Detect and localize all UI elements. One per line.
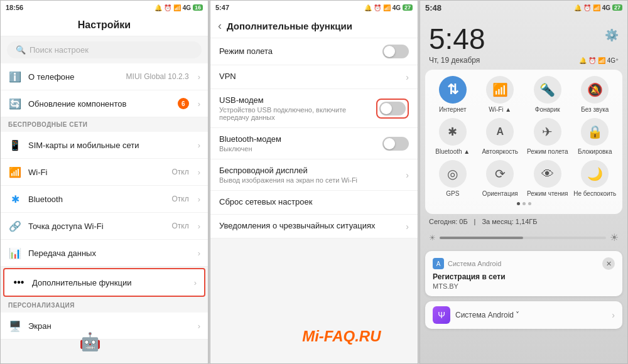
dot-2 bbox=[522, 202, 526, 205]
status-bar-2: 5:47 🔔 ⏰ 📶 4G 27 bbox=[210, 1, 418, 14]
orientation-icon: ⟳ bbox=[486, 160, 514, 188]
func-item-reset[interactable]: Сброс сетевых настроек bbox=[210, 191, 418, 215]
bt-tether-toggle[interactable] bbox=[382, 137, 409, 151]
func-item-bt-tether[interactable]: Bluetooth-модем Выключен bbox=[210, 128, 418, 159]
back-button[interactable]: ‹ bbox=[218, 19, 222, 33]
tile-auto-brightness[interactable]: A Автояркость bbox=[482, 118, 517, 155]
usb-toggle[interactable] bbox=[379, 102, 406, 115]
status-icons-1: 🔔 ⏰ 📶 4G 16 bbox=[154, 4, 203, 11]
dot-1 bbox=[517, 202, 520, 205]
status-icons-2: 🔔 ⏰ 📶 4G 27 bbox=[364, 4, 413, 11]
silent-icon: 🔕 bbox=[581, 76, 609, 104]
data-arrow: › bbox=[198, 249, 200, 258]
emergency-arrow: › bbox=[406, 222, 409, 232]
bluetooth-value: Откл bbox=[171, 195, 188, 203]
wifi-icon: 📶 bbox=[8, 165, 22, 179]
settings-item-sim[interactable]: 📱 SIM-карты и мобильные сети › bbox=[1, 132, 208, 159]
func-item-emergency[interactable]: Уведомления о чрезвычайных ситуациях › bbox=[210, 215, 418, 238]
tile-wifi[interactable]: 📶 Wi-Fi ▲ bbox=[482, 76, 517, 113]
dot-3 bbox=[528, 202, 531, 205]
screen-arrow: › bbox=[198, 321, 200, 331]
usb-right bbox=[376, 99, 409, 119]
brightness-slider[interactable] bbox=[440, 237, 606, 239]
notification-card-1[interactable]: A Система Android ✕ Регистрация в сети M… bbox=[425, 251, 622, 296]
dnd-icon: 🌙 bbox=[581, 160, 609, 188]
settings-item-screen[interactable]: 🖥️ Экран › bbox=[1, 313, 208, 340]
search-icon: 🔍 bbox=[16, 45, 26, 55]
wireless-display-arrow: › bbox=[406, 170, 409, 180]
flashlight-icon: 🔦 bbox=[534, 76, 561, 104]
search-bar[interactable]: 🔍 Поиск настроек bbox=[7, 41, 202, 58]
tile-dnd[interactable]: 🌙 Не беспокоить bbox=[577, 160, 612, 197]
silent-label: Без звука bbox=[581, 106, 609, 113]
settings-list: ℹ️ О телефоне MIUI Global 10.2.3 › 🔄 Обн… bbox=[1, 63, 208, 363]
sim-label: SIM-карты и мобильные сети bbox=[28, 141, 189, 150]
usb-sub: Устройство USB подключено, включите пере… bbox=[219, 106, 376, 121]
bt-qs-label: Bluetooth ▲ bbox=[435, 148, 470, 155]
section-wireless: БЕСПРОВОДНЫЕ СЕТИ bbox=[1, 117, 208, 132]
settings-item-about[interactable]: ℹ️ О телефоне MIUI Global 10.2.3 › bbox=[1, 63, 208, 90]
tile-airplane[interactable]: ✈ Режим полета bbox=[530, 118, 565, 155]
tile-gps[interactable]: ◎ GPS bbox=[435, 160, 470, 197]
wifi-value: Откл bbox=[171, 168, 188, 176]
status-time-1: 18:56 bbox=[6, 4, 23, 11]
auto-brightness-icon: A bbox=[486, 118, 514, 146]
additional-title: Дополнительные функции bbox=[227, 21, 352, 31]
func-list: Режим полета VPN › USB-модем Устрой bbox=[210, 38, 418, 363]
bt-tether-right bbox=[382, 137, 409, 151]
tile-internet[interactable]: ⇅ Интернет bbox=[435, 76, 470, 113]
hotspot-label: Точка доступа Wi-Fi bbox=[28, 222, 165, 231]
emergency-label: Уведомления о чрезвычайных ситуациях bbox=[219, 221, 376, 230]
emergency-right: › bbox=[406, 222, 409, 232]
tile-bluetooth[interactable]: ✱ Bluetooth ▲ bbox=[435, 118, 470, 155]
hotspot-arrow: › bbox=[198, 222, 200, 231]
notif-app-icon-2: Ψ bbox=[433, 306, 450, 324]
update-icon: 🔄 bbox=[8, 97, 22, 110]
airplane-right bbox=[382, 45, 409, 58]
wifi-qs-label: Wi-Fi ▲ bbox=[489, 106, 511, 113]
settings-item-extra[interactable]: ••• Дополнительные функции › bbox=[3, 268, 205, 297]
wireless-display-label: Беспроводной дисплей bbox=[219, 166, 357, 175]
notif-close-1[interactable]: ✕ bbox=[602, 257, 615, 270]
sim-icon: 📱 bbox=[8, 138, 22, 152]
lock-icon: 🔒 bbox=[581, 118, 609, 146]
func-item-usb[interactable]: USB-модем Устройство USB подключено, вкл… bbox=[210, 89, 418, 128]
tile-reading[interactable]: 👁 Режим чтения bbox=[530, 160, 565, 197]
bt-qs-icon: ✱ bbox=[439, 118, 467, 146]
settings-item-bluetooth[interactable]: ✱ Bluetooth Откл › bbox=[1, 186, 208, 213]
gear-icon[interactable]: ⚙️ bbox=[605, 28, 619, 42]
settings-item-data[interactable]: 📊 Передача данных › bbox=[1, 240, 208, 267]
extra-icon: ••• bbox=[12, 276, 26, 289]
func-item-vpn[interactable]: VPN › bbox=[210, 65, 418, 89]
func-item-wireless-display[interactable]: Беспроводной дисплей Вывод изображения н… bbox=[210, 159, 418, 191]
airplane-toggle[interactable] bbox=[382, 45, 409, 58]
notif-title-1: Регистрация в сети bbox=[433, 272, 615, 281]
data-usage-bar: Сегодня: 0Б | За месяц: 1,14ГБ bbox=[420, 214, 627, 229]
section-personal: ПЕРСОНАЛИЗАЦИЯ bbox=[1, 298, 208, 313]
data-label: Передача данных bbox=[28, 249, 189, 258]
tile-flashlight[interactable]: 🔦 Фонарик bbox=[530, 76, 565, 113]
settings-item-update[interactable]: 🔄 Обновление компонентов 6 › bbox=[1, 90, 208, 117]
settings-item-wifi[interactable]: 📶 Wi-Fi Откл › bbox=[1, 159, 208, 186]
func-item-airplane[interactable]: Режим полета bbox=[210, 38, 418, 65]
update-badge: 6 bbox=[178, 98, 189, 109]
about-arrow: › bbox=[198, 72, 200, 82]
status-bar-1: 18:56 🔔 ⏰ 📶 4G 16 bbox=[1, 1, 208, 14]
quick-row-3: ◎ GPS ⟳ Ориентация 👁 Режим чтения 🌙 Не б… bbox=[429, 160, 619, 197]
tile-lock[interactable]: 🔒 Блокировка bbox=[577, 118, 612, 155]
quick-tiles: ⇅ Интернет 📶 Wi-Fi ▲ 🔦 Фонарик 🔕 Без зву… bbox=[425, 70, 622, 214]
airplane-label: Режим полета bbox=[219, 46, 273, 56]
data-month: За месяц: 1,14ГБ bbox=[482, 218, 537, 225]
wifi-qs-icon: 📶 bbox=[486, 76, 514, 104]
bluetooth-arrow: › bbox=[198, 195, 200, 204]
quick-row-1: ⇅ Интернет 📶 Wi-Fi ▲ 🔦 Фонарик 🔕 Без зву… bbox=[429, 76, 619, 113]
extra-label: Дополнительные функции bbox=[32, 278, 185, 287]
notification-card-2[interactable]: Ψ Система Android ˅ › bbox=[425, 301, 622, 329]
tile-silent[interactable]: 🔕 Без звука bbox=[577, 76, 612, 113]
notif-chevron-2: › bbox=[612, 310, 615, 320]
wireless-display-sub: Вывод изображения на экран по сети Wi-Fi bbox=[219, 176, 357, 184]
settings-item-hotspot[interactable]: 🔗 Точка доступа Wi-Fi Откл › bbox=[1, 213, 208, 240]
gps-label: GPS bbox=[446, 190, 459, 197]
usb-label: USB-модем bbox=[219, 95, 376, 105]
tile-orientation[interactable]: ⟳ Ориентация bbox=[482, 160, 517, 197]
